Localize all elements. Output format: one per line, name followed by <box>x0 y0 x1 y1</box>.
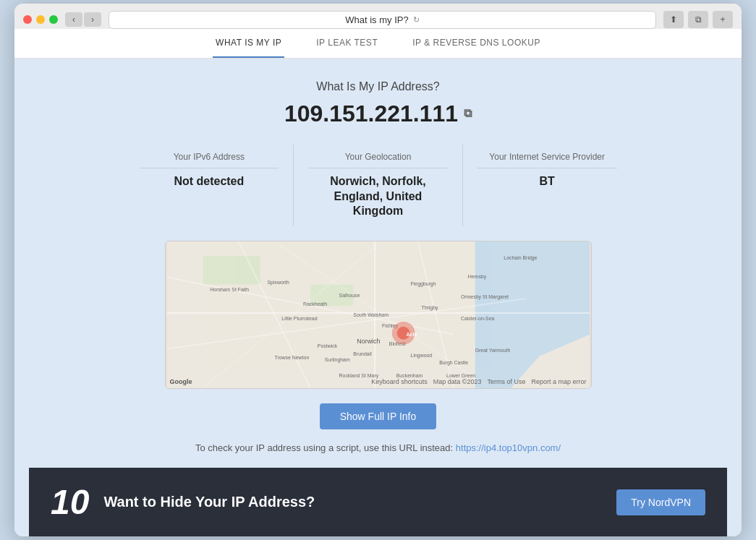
info-card-isp: Your Internet Service Provider BT <box>463 145 632 226</box>
browser-actions: ⬆ ⧉ + <box>663 11 733 28</box>
traffic-lights <box>23 15 58 24</box>
nav-back-button[interactable]: ‹ <box>65 12 82 27</box>
svg-rect-4 <box>203 256 260 285</box>
ip-address-display: 109.151.221.111 ⧉ <box>284 100 472 127</box>
site-navigation: WHAT IS MY IP IP LEAK TEST IP & REVERSE … <box>14 29 742 59</box>
svg-text:Rackheath: Rackheath <box>303 301 327 307</box>
ipv6-label: Your IPv6 Address <box>140 152 279 168</box>
terms-of-use[interactable]: Terms of Use <box>487 378 525 385</box>
map-container[interactable]: Norwich Horsham St Faith Spixworth Rackh… <box>165 241 592 389</box>
svg-text:Burgh Castle: Burgh Castle <box>439 361 468 367</box>
isp-label: Your Internet Service Provider <box>477 152 617 168</box>
svg-text:South Walsham: South Walsham <box>353 312 388 317</box>
page-content: What Is My IP Address? 109.151.221.111 ⧉… <box>14 59 742 536</box>
svg-text:Lochain Bridge: Lochain Bridge <box>504 255 537 261</box>
report-map-error[interactable]: Report a map error <box>531 378 586 385</box>
hide-ip-logo: 10 <box>51 482 89 522</box>
svg-text:Great Yarmouth: Great Yarmouth <box>475 348 510 353</box>
svg-text:Trowse Newton: Trowse Newton <box>274 356 309 361</box>
svg-text:Little Plumstead: Little Plumstead <box>281 316 317 321</box>
tabs-button[interactable]: ⧉ <box>688 11 708 28</box>
info-card-geolocation: Your Geolocation Norwich, Norfolk, Engla… <box>294 145 463 226</box>
show-full-ip-button[interactable]: Show Full IP Info <box>320 403 437 429</box>
info-cards: Your IPv6 Address Not detected Your Geol… <box>125 145 632 226</box>
tab-ip-reverse-dns[interactable]: IP & REVERSE DNS LOOKUP <box>409 29 543 58</box>
svg-text:Ormesby St Margaret: Ormesby St Margaret <box>460 294 508 300</box>
hide-ip-left: 10 Want to Hide Your IP Address? <box>51 482 315 522</box>
address-bar-text: What is my IP? <box>345 14 408 25</box>
ip-address-value: 109.151.221.111 <box>284 100 458 127</box>
geolocation-value: Norwich, Norfolk, England, United Kingdo… <box>308 174 448 219</box>
traffic-light-red[interactable] <box>23 15 32 24</box>
svg-text:Brundall: Brundall <box>353 352 372 357</box>
new-tab-button[interactable]: + <box>713 11 733 28</box>
script-text: To check your IP address using a script,… <box>195 442 453 453</box>
svg-text:Spixworth: Spixworth <box>267 280 289 286</box>
traffic-light-green[interactable] <box>49 15 58 24</box>
svg-text:Hemsby: Hemsby <box>467 275 486 280</box>
page-title: What Is My IP Address? <box>316 80 439 93</box>
isp-value: BT <box>477 174 617 189</box>
svg-text:Salhouse: Salhouse <box>339 293 360 298</box>
svg-text:Caister-on-Sea: Caister-on-Sea <box>460 316 494 321</box>
svg-text:Thrigby: Thrigby <box>421 305 438 311</box>
tab-ip-leak-test[interactable]: IP LEAK TEST <box>313 29 381 58</box>
tab-what-is-my-ip[interactable]: WHAT IS MY IP <box>213 29 284 58</box>
map-svg: Norwich Horsham St Faith Spixworth Rackh… <box>166 241 591 388</box>
ipv6-value: Not detected <box>140 174 279 189</box>
svg-text:Lingwood: Lingwood <box>410 353 432 359</box>
keyboard-shortcuts[interactable]: Keyboard shortcuts <box>371 378 428 385</box>
info-card-ipv6: Your IPv6 Address Not detected <box>125 145 294 226</box>
browser-window: ‹ › What is my IP? ↻ ⬆ ⧉ + WHAT IS MY IP… <box>14 4 742 536</box>
svg-text:Fleggburgh: Fleggburgh <box>410 282 436 288</box>
map-google-logo: Google <box>170 378 192 385</box>
map-data: Map data ©2023 <box>433 378 482 385</box>
svg-text:Acle: Acle <box>406 332 417 337</box>
geolocation-label: Your Geolocation <box>308 152 448 168</box>
map-footer: Keyboard shortcuts Map data ©2023 Terms … <box>371 378 586 385</box>
script-url-text: To check your IP address using a script,… <box>195 442 561 453</box>
script-url-link[interactable]: https://ip4.top10vpn.com/ <box>456 442 561 453</box>
nav-forward-button[interactable]: › <box>84 12 101 27</box>
reload-icon[interactable]: ↻ <box>413 15 420 25</box>
browser-top-bar: ‹ › What is my IP? ↻ ⬆ ⧉ + <box>23 11 733 29</box>
hide-ip-banner-title: Want to Hide Your IP Address? <box>103 494 315 510</box>
svg-text:Horsham St Faith: Horsham St Faith <box>210 288 249 293</box>
svg-text:Surlingham: Surlingham <box>324 358 349 364</box>
nav-buttons: ‹ › <box>65 12 101 27</box>
share-button[interactable]: ⬆ <box>663 11 684 28</box>
try-vpn-button[interactable]: Try NordVPN <box>616 489 705 515</box>
browser-chrome: ‹ › What is my IP? ↻ ⬆ ⧉ + <box>14 4 742 29</box>
hide-ip-banner: 10 Want to Hide Your IP Address? Try Nor… <box>29 468 727 536</box>
svg-text:Norwich: Norwich <box>357 338 380 345</box>
svg-text:Postwick: Postwick <box>317 343 337 348</box>
copy-icon[interactable]: ⧉ <box>464 107 472 120</box>
address-bar[interactable]: What is my IP? ↻ <box>109 11 656 29</box>
traffic-light-yellow[interactable] <box>36 15 45 24</box>
